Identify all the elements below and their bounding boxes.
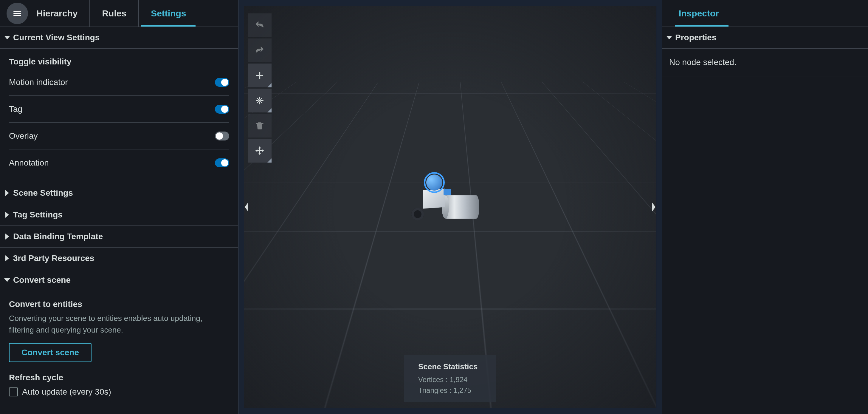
section-title: Current View Settings — [13, 33, 99, 42]
switch-overlay[interactable] — [215, 131, 229, 141]
section-properties[interactable]: Properties — [662, 27, 868, 49]
stats-triangles: Triangles : 1,275 — [418, 386, 482, 394]
caret-right-icon — [4, 234, 10, 239]
caret-down-icon — [666, 35, 672, 40]
caret-right-icon — [4, 212, 10, 218]
right-tab-bar: Inspector — [662, 0, 868, 27]
caret-down-icon — [4, 277, 10, 283]
settings-panel: Current View Settings Toggle visibility … — [0, 27, 238, 414]
chevron-right-icon — [651, 201, 656, 213]
delete-button[interactable] — [248, 114, 272, 138]
section-current-view[interactable]: Current View Settings — [0, 27, 238, 49]
viewport-toolbar — [248, 13, 272, 162]
undo-icon — [254, 20, 265, 30]
svg-point-0 — [259, 99, 260, 101]
stats-title: Scene Statistics — [418, 362, 482, 371]
tab-inspector[interactable]: Inspector — [673, 0, 731, 27]
3d-viewport[interactable]: Scene Statistics Vertices : 1,924 Triang… — [244, 6, 656, 408]
toggle-motion-indicator: Motion indicator — [9, 69, 229, 96]
toggle-label: Tag — [9, 105, 22, 114]
chevron-left-icon — [244, 201, 249, 213]
collapse-right-panel[interactable] — [651, 200, 656, 214]
gizmo-icon — [254, 95, 265, 106]
trash-icon — [254, 120, 265, 131]
current-view-body: Toggle visibility Motion indicator Tag O… — [0, 49, 238, 176]
switch-motion-indicator[interactable] — [215, 78, 229, 87]
toggle-tag: Tag — [9, 96, 229, 123]
toggle-label: Motion indicator — [9, 78, 68, 87]
stats-vertices: Vertices : 1,924 — [418, 376, 482, 384]
left-panel: Hierarchy Rules Settings Current View Se… — [0, 0, 239, 414]
convert-scene-button[interactable]: Convert scene — [9, 343, 92, 362]
collapse-left-panel[interactable] — [244, 200, 249, 214]
refresh-heading: Refresh cycle — [9, 373, 229, 382]
menu-button[interactable] — [6, 3, 28, 24]
move-button[interactable] — [248, 139, 272, 162]
auto-update-label: Auto update (every 30s) — [22, 387, 111, 397]
tab-rules[interactable]: Rules — [89, 0, 138, 27]
scene-model[interactable] — [411, 172, 489, 232]
toggle-overlay: Overlay — [9, 123, 229, 149]
section-data-binding[interactable]: Data Binding Template — [0, 226, 238, 247]
redo-button[interactable] — [248, 38, 272, 62]
toggle-label: Annotation — [9, 158, 49, 168]
section-title: Data Binding Template — [13, 232, 103, 241]
scene-statistics: Scene Statistics Vertices : 1,924 Triang… — [404, 355, 496, 402]
tab-settings[interactable]: Settings — [138, 0, 198, 27]
tab-hierarchy[interactable]: Hierarchy — [30, 0, 89, 27]
convert-description: Converting your scene to entities enable… — [9, 313, 229, 336]
convert-body: Convert to entities Converting your scen… — [0, 291, 238, 413]
section-tag-settings[interactable]: Tag Settings — [0, 204, 238, 226]
left-tab-bar: Hierarchy Rules Settings — [0, 0, 238, 27]
section-title: Scene Settings — [13, 188, 73, 198]
section-title: Tag Settings — [13, 210, 63, 219]
undo-button[interactable] — [248, 13, 272, 37]
switch-annotation[interactable] — [215, 158, 229, 167]
convert-subheading: Convert to entities — [9, 299, 229, 309]
add-button[interactable] — [248, 63, 272, 87]
section-title: 3rd Party Resources — [13, 254, 94, 263]
section-title: Properties — [675, 33, 717, 42]
section-convert-scene[interactable]: Convert scene — [0, 269, 238, 291]
section-scene-settings[interactable]: Scene Settings — [0, 182, 238, 204]
caret-right-icon — [4, 190, 10, 196]
hamburger-icon — [12, 8, 22, 19]
toggle-label: Overlay — [9, 131, 37, 141]
toggle-annotation: Annotation — [9, 149, 229, 176]
plus-icon — [254, 70, 265, 81]
caret-right-icon — [4, 255, 10, 261]
move-icon — [254, 146, 265, 156]
switch-tag[interactable] — [215, 105, 229, 114]
caret-down-icon — [4, 35, 10, 40]
transform-button[interactable] — [248, 89, 272, 113]
redo-icon — [254, 45, 265, 56]
right-panel: Inspector Properties No node selected. — [662, 0, 868, 414]
auto-update-checkbox[interactable] — [9, 387, 18, 396]
section-3rd-party[interactable]: 3rd Party Resources — [0, 247, 238, 269]
inspector-empty-message: No node selected. — [669, 58, 737, 67]
section-title: Convert scene — [13, 275, 71, 285]
toggle-visibility-heading: Toggle visibility — [9, 57, 229, 66]
